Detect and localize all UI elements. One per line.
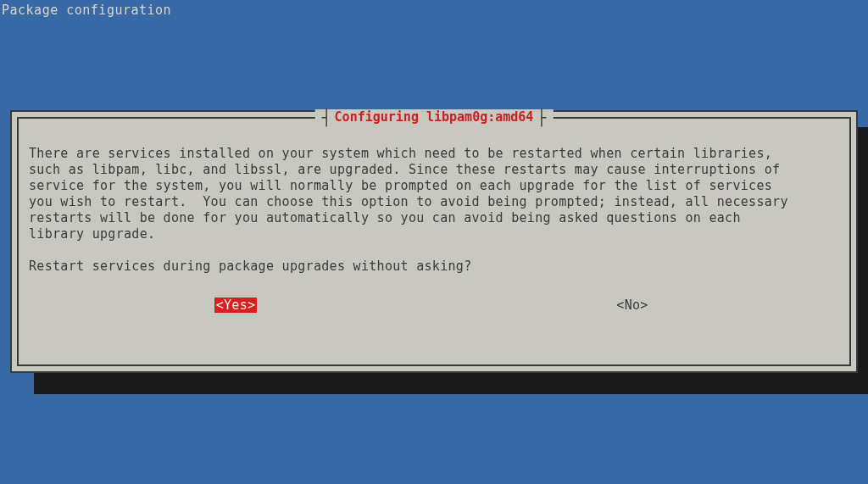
title-bracket-left: ┤	[322, 111, 331, 124]
dialog-question: Restart services during package upgrades…	[29, 259, 839, 274]
yes-button[interactable]: <Yes>	[214, 298, 258, 313]
page-title: Package configuration	[2, 3, 171, 18]
dialog-inner: ┤ Configuring libpam0g:amd64 ├ There are…	[17, 117, 851, 366]
no-button[interactable]: <No>	[615, 298, 649, 313]
dialog-title-wrap: ┤ Configuring libpam0g:amd64 ├	[315, 109, 554, 125]
config-dialog: ┤ Configuring libpam0g:amd64 ├ There are…	[10, 110, 858, 373]
dialog-title: Configuring libpam0g:amd64	[331, 109, 537, 125]
title-bracket-right: ├	[537, 111, 546, 124]
button-row: <Yes> <No>	[29, 298, 839, 313]
no-button-col: <No>	[434, 298, 831, 313]
yes-button-col: <Yes>	[37, 298, 434, 313]
dialog-body-text: There are services installed on your sys…	[29, 146, 839, 242]
